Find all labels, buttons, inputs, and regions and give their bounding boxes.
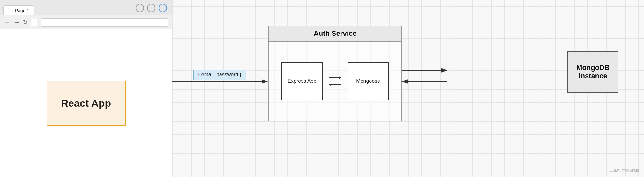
arrow-right-icon <box>329 75 341 80</box>
win-btn-2[interactable] <box>147 4 155 12</box>
tab-bar: Page 1 <box>0 0 172 15</box>
inner-arrows <box>329 75 341 87</box>
email-password-label: { email, password } <box>193 70 246 80</box>
auth-service-container: Auth Service Express App Mongoose <box>268 26 402 121</box>
auth-service-body: Express App Mongoose <box>269 42 401 121</box>
refresh-button[interactable]: ↻ <box>23 19 28 26</box>
win-btn-3[interactable] <box>159 4 167 12</box>
browser-tab[interactable]: Page 1 <box>3 5 34 15</box>
arrow-left-icon <box>329 82 341 87</box>
auth-service-title: Auth Service <box>269 26 401 42</box>
nav-forward-button[interactable]: → <box>13 19 20 26</box>
react-app-label: React App <box>61 97 111 109</box>
watermark: CSDN @晴Sirius <box>610 168 639 173</box>
nav-back-button[interactable]: ← <box>4 19 10 26</box>
window-controls <box>136 4 167 12</box>
react-app-box: React App <box>47 81 126 126</box>
tab-page-icon <box>8 8 13 13</box>
browser-toolbar: ← → ↻ <box>0 15 172 29</box>
express-app-box: Express App <box>281 62 323 100</box>
browser-content: React App <box>0 29 172 177</box>
diagram-area: { email, password } Auth Service Express… <box>172 0 644 177</box>
win-btn-1[interactable] <box>136 4 144 12</box>
mongodb-box: MongoDB Instance <box>567 51 618 93</box>
address-bar[interactable] <box>41 18 168 27</box>
mongodb-label: MongoDB Instance <box>576 64 610 80</box>
svg-marker-1 <box>339 76 341 79</box>
tab-label: Page 1 <box>15 8 29 13</box>
browser-panel: Page 1 ← → ↻ React App <box>0 0 172 177</box>
svg-marker-3 <box>329 83 331 86</box>
page-icon <box>31 19 37 26</box>
mongoose-box: Mongoose <box>348 62 389 100</box>
